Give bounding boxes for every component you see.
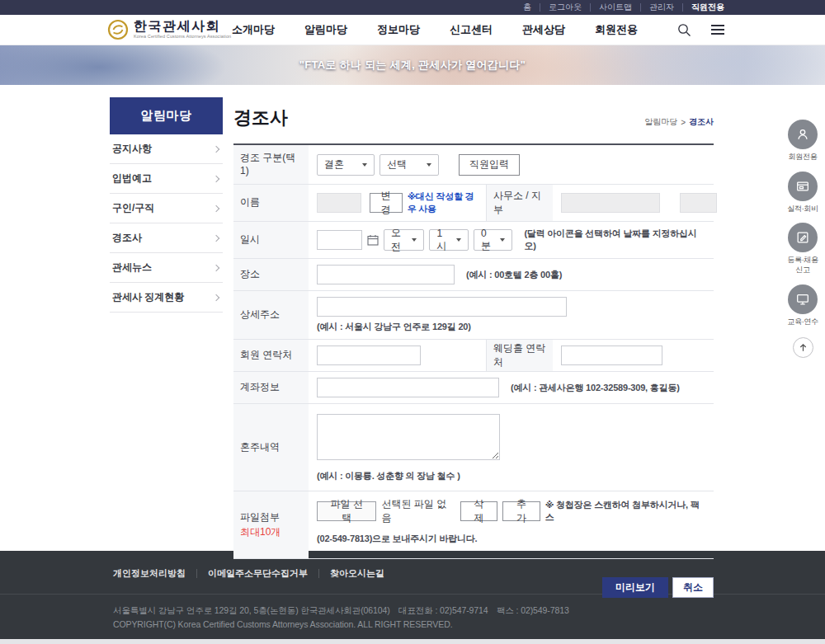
name-change-button[interactable]: 변경: [370, 193, 403, 213]
form-row-datetime: 일시 오전: [233, 222, 714, 259]
chevron-down-icon: [412, 238, 417, 242]
account-label: 계좌정보: [240, 381, 302, 394]
billing-card-icon: [788, 172, 818, 201]
footer-link-email[interactable]: 이메일주소무단수집거부: [196, 569, 318, 578]
file-delete-button[interactable]: 삭제: [460, 501, 498, 521]
sidebar-item-customs-news[interactable]: 관세뉴스: [110, 253, 223, 283]
member-contact-input[interactable]: [317, 346, 421, 365]
sidebar-item-jobs[interactable]: 구인/구직: [110, 194, 223, 223]
sidebar-item-notice[interactable]: 공지사항: [110, 134, 223, 164]
chevron-down-icon: [362, 163, 367, 167]
family-textarea[interactable]: [317, 414, 500, 460]
file-limit-label: 최대10개: [240, 526, 302, 539]
quickmenu-label: 회원전용: [784, 153, 822, 162]
form-row-address: 상세주소 (예시 : 서울시 강남구 언주로 129길 20): [233, 291, 714, 340]
footer-link-directions[interactable]: 찾아오시는길: [318, 569, 395, 578]
topbar-link-home[interactable]: 홈: [515, 3, 540, 12]
sidebar-item-label: 구인/구직: [112, 201, 154, 215]
file-add-button[interactable]: 추가: [502, 501, 540, 521]
search-icon: [677, 23, 691, 37]
breadcrumb: 알림마당 > 경조사: [632, 116, 714, 130]
topbar-link-sitemap[interactable]: 사이트맵: [591, 3, 641, 12]
calendar-icon[interactable]: [367, 234, 379, 246]
preview-button[interactable]: 미리보기: [602, 577, 668, 598]
category-label: 경조 구분(택1): [240, 152, 302, 177]
sidebar-item-label: 입법예고: [112, 172, 152, 186]
breadcrumb-level1[interactable]: 알림마당: [644, 116, 677, 128]
datetime-note: (달력 아이콘을 선택하여 날짜를 지정하십시오): [524, 228, 705, 252]
chevron-right-icon: [213, 264, 219, 270]
nav-item-report[interactable]: 신고센터: [450, 22, 493, 37]
sidebar-item-legislation[interactable]: 입법예고: [110, 164, 223, 194]
place-note: (예시 : 00호텔 2층 00홀): [466, 269, 562, 281]
address-label: 상세주소: [240, 308, 302, 322]
place-input[interactable]: [317, 265, 455, 284]
hamburger-icon: [711, 25, 724, 35]
breadcrumb-separator: >: [681, 118, 686, 127]
quickmenu-item-members[interactable]: 회원전용: [784, 120, 822, 162]
nav-item-members[interactable]: 회원전용: [595, 22, 638, 37]
chevron-right-icon: [213, 204, 219, 211]
ampm-select[interactable]: 오전: [384, 229, 424, 251]
footer-copyright: COPYRIGHT(C) Korea Certified Customs Att…: [113, 618, 825, 632]
name-input[interactable]: [317, 193, 361, 213]
form-actions: 미리보기 취소: [233, 577, 714, 598]
hall-contact-label: 웨딩홀 연락처: [493, 341, 546, 369]
quickmenu-item-performance[interactable]: 실적·회비: [784, 172, 822, 214]
date-input[interactable]: [317, 230, 362, 250]
page-root: 홈 로그아웃 사이트맵 관리자 직원전용 한국관세사회 Korea Certif…: [0, 0, 825, 644]
file-note-line1: ※ 청첩장은 스캔하여 첨부하시거나, 팩스: [545, 499, 705, 524]
sidebar-item-family-events[interactable]: 경조사: [110, 223, 223, 253]
footer-link-privacy[interactable]: 개인정보처리방침: [113, 569, 196, 578]
hamburger-menu-button[interactable]: [711, 25, 724, 35]
office-label: 사무소 / 지부: [493, 189, 546, 217]
nav-item-info[interactable]: 정보마당: [377, 22, 420, 37]
topbar-link-staff[interactable]: 직원전용: [683, 3, 724, 12]
family-label: 혼주내역: [240, 441, 302, 454]
quickmenu-label: 교육·연수: [784, 317, 822, 327]
bottom-strip: [0, 639, 825, 644]
nav-item-notice[interactable]: 알림마당: [304, 22, 347, 37]
place-label: 장소: [240, 268, 302, 281]
sidebar: 알림마당 공지사항 입법예고 구인/구직 경조사: [110, 97, 223, 551]
search-button[interactable]: [677, 23, 691, 37]
name-note: ※대신 작성할 경우 사용: [408, 190, 478, 215]
cancel-button[interactable]: 취소: [672, 577, 714, 598]
account-input[interactable]: [317, 378, 499, 397]
category-type-select[interactable]: 결혼: [317, 154, 375, 176]
sidebar-menu: 공지사항 입법예고 구인/구직 경조사 관세뉴스: [110, 134, 223, 313]
footer-address: 서울특별시 강남구 언주로 129길 20, 5층(논현동) 한국관세사회관(0…: [113, 604, 825, 618]
hall-contact-input[interactable]: [561, 346, 662, 365]
monitor-icon: [788, 284, 818, 314]
hour-select[interactable]: 1시: [429, 229, 468, 251]
topbar-link-admin[interactable]: 관리자: [641, 3, 683, 12]
file-label: 파일첨부: [240, 511, 302, 524]
logo-title: 한국관세사회: [134, 20, 231, 33]
staff-input-button[interactable]: 직원입력: [459, 154, 520, 176]
quickmenu-item-education[interactable]: 교육·연수: [784, 284, 822, 327]
minute-select[interactable]: 0분: [474, 229, 512, 251]
content-area: 알림마당 공지사항 입법예고 구인/구직 경조사: [0, 85, 825, 551]
sidebar-item-discipline[interactable]: 관세사 징계현황: [110, 283, 223, 313]
form-row-name: 이름 변경 ※대신 작성할 경우 사용 사무소 / 지부: [233, 185, 714, 222]
scroll-top-button[interactable]: [793, 337, 813, 358]
sidebar-title: 알림마당: [110, 97, 223, 134]
office-branch-input[interactable]: [680, 193, 717, 213]
topbar-link-logout[interactable]: 로그아웃: [540, 3, 591, 12]
file-select-button[interactable]: 파일 선택: [317, 501, 376, 521]
chevron-right-icon: [213, 175, 219, 181]
chevron-right-icon: [213, 234, 219, 241]
office-input[interactable]: [561, 193, 660, 213]
nav-item-consult[interactable]: 관세상담: [522, 22, 565, 37]
form-row-contacts: 회원 연락처 웨딩홀 연락처: [233, 340, 714, 372]
breadcrumb-current[interactable]: 경조사: [689, 116, 714, 128]
quickmenu-item-registration[interactable]: 등록·채용 신고: [784, 223, 822, 275]
address-input[interactable]: [317, 297, 567, 317]
category-sub-select[interactable]: 선택: [380, 154, 439, 176]
hour-value: 1시: [436, 228, 449, 253]
nav-item-intro[interactable]: 소개마당: [232, 22, 275, 37]
form-row-account: 계좌정보 (예시 : 관세사은행 102-32589-309, 홍길동): [233, 372, 714, 404]
quickmenu-label: 실적·회비: [784, 204, 822, 214]
home-icon: [632, 118, 641, 126]
logo[interactable]: 한국관세사회 Korea Certified Customs Attorneys…: [107, 19, 231, 40]
